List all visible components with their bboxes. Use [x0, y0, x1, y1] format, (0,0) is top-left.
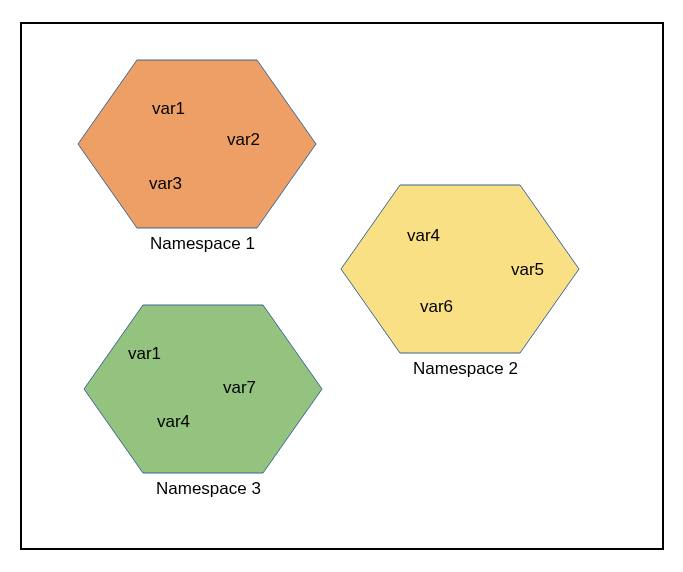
namespace-3-label: Namespace 3 — [156, 479, 261, 499]
namespace-2-label: Namespace 2 — [413, 359, 518, 379]
namespace-1-hexagon: var1 var2 var3 — [77, 59, 317, 229]
ns3-var7: var7 — [223, 378, 256, 398]
diagram-canvas: var1 var2 var3 Namespace 1 var4 var5 var… — [0, 0, 683, 572]
namespace-1-label: Namespace 1 — [150, 234, 255, 254]
ns2-var6: var6 — [420, 297, 453, 317]
namespace-3-hexagon: var1 var7 var4 — [83, 304, 323, 474]
ns2-var5: var5 — [511, 260, 544, 280]
namespace-2-hexagon: var4 var5 var6 — [340, 184, 580, 354]
ns2-var4: var4 — [407, 226, 440, 246]
ns1-var2: var2 — [227, 130, 260, 150]
ns3-var4: var4 — [157, 412, 190, 432]
ns1-var1: var1 — [152, 99, 185, 119]
hexagon-shape — [84, 305, 322, 473]
hexagon-shape — [78, 60, 316, 228]
ns1-var3: var3 — [149, 174, 182, 194]
diagram-frame: var1 var2 var3 Namespace 1 var4 var5 var… — [20, 22, 664, 550]
ns3-var1: var1 — [128, 344, 161, 364]
